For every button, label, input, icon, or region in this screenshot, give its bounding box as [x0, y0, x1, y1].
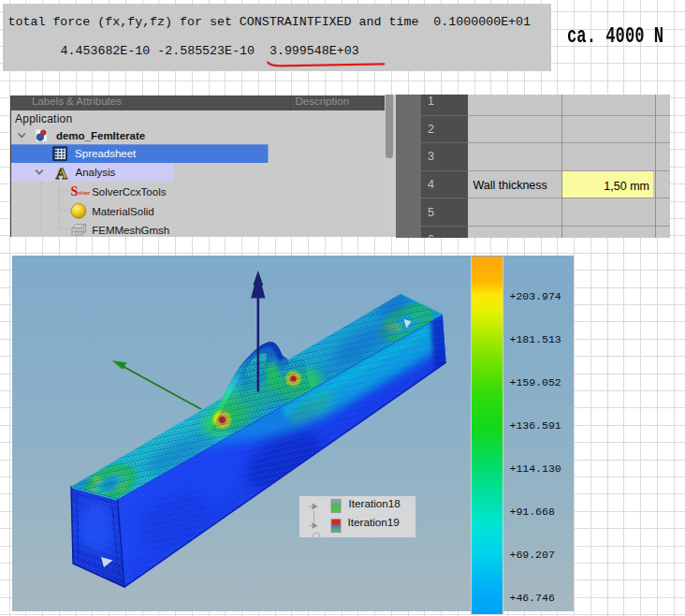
- svg-text:A: A: [56, 163, 68, 182]
- svg-text:olver: olver: [78, 189, 91, 195]
